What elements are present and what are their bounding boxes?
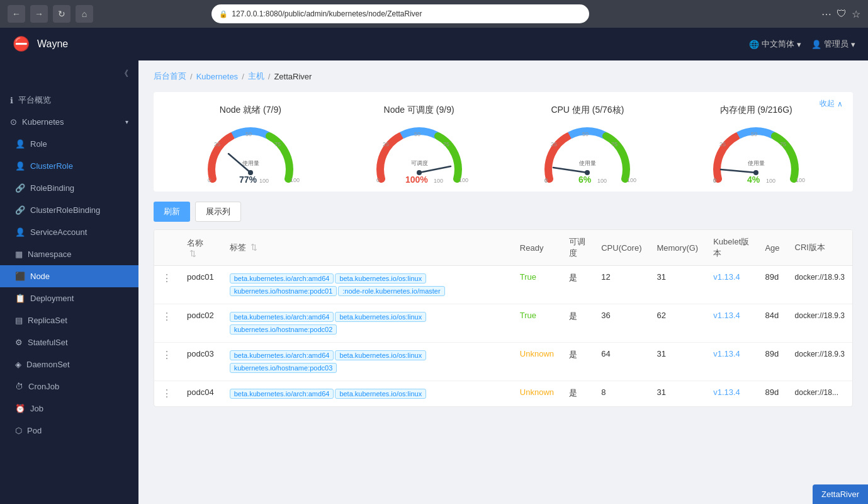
language-selector[interactable]: 🌐 中文简体 ▾ [749,38,801,50]
refresh-button[interactable]: 刷新 [154,202,190,222]
breadcrumb-nodes[interactable]: 主机 [248,71,264,82]
tags-cell: beta.kubernetes.io/arch:amd64beta.kubern… [222,304,512,343]
gauge-memory-svg: 0 25 50 75 100 使用量 0 4% 100 [706,122,806,185]
tags-sort-icon[interactable]: ⇅ [251,243,257,252]
user-chevron-icon: ▾ [851,40,855,49]
kubelet-cell: v1.13.4 [706,266,757,304]
tag-label: kubernetes.io/hostname:podc02 [230,324,337,335]
node-table: 名称 ⇅ 标签 ⇅ Ready 可调度 CPU(Core) Memory(G) … [154,229,853,407]
row-menu-button[interactable]: ⋮ [162,311,172,322]
kubelet-version[interactable]: v1.13.4 [713,349,740,358]
sidebar-item-clusterrole[interactable]: 👤 ClusterRole [0,155,138,177]
floating-zettariver-label[interactable]: ZettaRiver [813,484,868,504]
row-menu-cell: ⋮ [154,343,179,381]
svg-line-26 [553,168,587,173]
forward-button[interactable]: → [30,5,48,23]
gauge-node-schedulable-wrapper: 0 25 50 75 100 可调度 100% 100 [369,122,470,179]
schedulable-cell: 是 [561,266,594,304]
ready-cell: True [512,266,561,304]
kubelet-cell: v1.13.4 [706,343,757,381]
cri-cell: docker://18.9.3 [787,266,852,304]
address-bar[interactable]: 🔒 127.0.0.1:8080/public/admin/kubernetes… [211,4,589,23]
app-body: 《 ℹ 平台概览 ⊙ Kubernetes ▾ 👤 Role 👤 Cluster… [0,60,868,504]
sidebar-item-rolebinding[interactable]: 🔗 RoleBinding [0,177,138,199]
kubelet-version[interactable]: v1.13.4 [713,272,740,282]
svg-line-37 [721,169,756,173]
user-label: 管理员 [824,38,848,50]
breadcrumb-home[interactable]: 后台首页 [154,71,186,82]
lang-label: 中文简体 [762,38,794,50]
deployment-icon: 📋 [15,294,25,303]
sidebar-item-node[interactable]: ⬛ Node [0,265,138,287]
tag-label: :node-role.kubernetes.io/master [338,286,444,296]
svg-text:75: 75 [611,141,617,147]
gauge-cpu-title: CPU 使用 (5/76核) [524,105,650,116]
tags-cell: beta.kubernetes.io/arch:amd64beta.kubern… [222,343,512,381]
star-icon[interactable]: ☆ [852,8,860,20]
row-menu-cell: ⋮ [154,381,179,407]
gauge-cpu: CPU 使用 (5/76核) 0 25 50 75 100 使用量 [524,105,650,179]
table-header: 名称 ⇅ 标签 ⇅ Ready 可调度 CPU(Core) Memory(G) … [154,230,852,266]
node-name-cell: podc02 [179,304,222,343]
node-icon: ⬛ [15,272,25,281]
row-menu-button[interactable]: ⋮ [162,388,172,399]
node-name[interactable]: podc03 [187,349,214,358]
node-name[interactable]: podc04 [187,387,214,397]
svg-text:0: 0 [544,178,548,184]
sidebar-item-clusterrolebinding[interactable]: 🔗 ClusterRoleBinding [0,199,138,221]
svg-text:50: 50 [751,131,757,137]
gauge-node-schedulable-svg: 0 25 50 75 100 可调度 100% 100 [369,122,470,185]
sidebar-item-role[interactable]: 👤 Role [0,133,138,155]
row-menu-button[interactable]: ⋮ [162,273,172,284]
tags-cell: beta.kubernetes.io/arch:amd64beta.kubern… [222,381,512,407]
ready-cell: Unknown [512,343,561,381]
name-sort-icon[interactable]: ⇅ [189,249,196,258]
svg-text:使用量: 使用量 [579,160,596,166]
breadcrumb-k8s[interactable]: Kubernetes [196,72,239,81]
gauge-memory-title: 内存使用 (9/216G) [693,105,819,116]
user-menu[interactable]: 👤 管理员 ▾ [811,38,855,50]
node-name[interactable]: podc02 [187,311,214,320]
sidebar-kubernetes-group[interactable]: ⊙ Kubernetes ▾ [0,111,138,133]
sidebar-item-deployment[interactable]: 📋 Deployment [0,287,138,309]
collapse-button[interactable]: 收起 ∧ [820,98,843,109]
home-button[interactable]: ⌂ [76,5,93,23]
cri-version: docker://18... [795,388,838,397]
tag-label: beta.kubernetes.io/os:linux [335,312,426,322]
sidebar-collapse-button[interactable]: 《 [0,60,138,87]
node-name[interactable]: podc01 [187,272,214,282]
svg-text:25: 25 [214,141,220,147]
kubelet-version[interactable]: v1.13.4 [713,311,740,320]
th-tags: 标签 ⇅ [222,230,512,266]
gauge-node-ready-svg: 0 25 50 75 100 使用量 77% 100 [200,122,301,185]
kubelet-version[interactable]: v1.13.4 [713,387,740,397]
breadcrumb-sep1: / [190,72,193,81]
sidebar-item-pod[interactable]: ⬡ Pod [0,420,138,442]
tag-label: beta.kubernetes.io/arch:amd64 [230,389,334,399]
tag-label: beta.kubernetes.io/arch:amd64 [230,312,334,322]
stats-row: 收起 ∧ Node 就绪 (7/9) 0 25 50 75 [154,92,853,192]
svg-text:75: 75 [274,141,281,147]
row-menu-button[interactable]: ⋮ [162,350,172,360]
svg-text:75: 75 [780,141,786,147]
th-kubelet: Kubelet版本 [706,230,757,266]
refresh-button[interactable]: ↻ [53,5,70,23]
sidebar-item-serviceaccount[interactable]: 👤 ServiceAccount [0,221,138,243]
th-cpu: CPU(Core) [594,230,649,266]
svg-text:可调度: 可调度 [410,160,427,166]
lock-icon: 🔒 [219,10,228,18]
schedulable-cell: 是 [561,381,594,407]
display-columns-button[interactable]: 展示列 [195,202,241,222]
sidebar-item-replicaset[interactable]: ▤ ReplicaSet [0,309,138,331]
back-button[interactable]: ← [8,5,25,23]
sidebar-item-namespace[interactable]: ▦ Namespace [0,243,138,265]
globe-icon: 🌐 [749,40,759,49]
more-icon[interactable]: ⋯ [821,8,831,20]
gauge-node-ready-wrapper: 0 25 50 75 100 使用量 77% 100 [200,122,301,179]
sidebar-item-cronjob[interactable]: ⏱ CronJob [0,375,138,398]
sidebar-item-label: ReplicaSet [28,316,67,325]
sidebar-item-job[interactable]: ⏰ Job [0,398,138,420]
sidebar-item-statefulset[interactable]: ⚙ StatefulSet [0,331,138,353]
sidebar-item-label: RoleBinding [30,183,74,193]
sidebar-item-daemonset[interactable]: ◈ DaemonSet [0,353,138,375]
